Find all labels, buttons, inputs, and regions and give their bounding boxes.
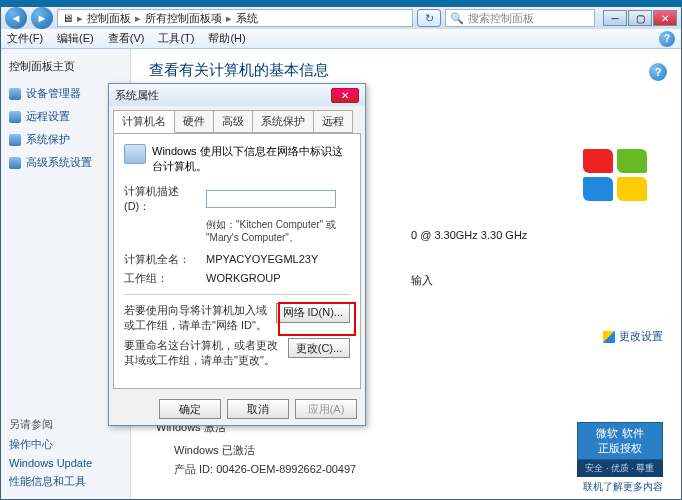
maximize-button[interactable]: ▢ xyxy=(628,10,652,26)
apply-button[interactable]: 应用(A) xyxy=(295,399,357,419)
titlebar: ◄ ► 🖥 ▸ 控制面板 ▸ 所有控制面板项 ▸ 系统 ↻ 🔍 搜索控制面板 ─… xyxy=(1,7,681,29)
dialog-tabs: 计算机名 硬件 高级 系统保护 远程 xyxy=(109,106,365,133)
menu-help[interactable]: 帮助(H) xyxy=(208,31,245,46)
menu-view[interactable]: 查看(V) xyxy=(108,31,145,46)
computer-description-input[interactable] xyxy=(206,190,336,208)
close-button[interactable]: ✕ xyxy=(653,10,677,26)
tab-protection[interactable]: 系统保护 xyxy=(252,110,314,133)
minimize-button[interactable]: ─ xyxy=(603,10,627,26)
desc-field-label: 计算机描述(D)： xyxy=(124,184,202,214)
link-action-center[interactable]: 操作中心 xyxy=(9,437,122,452)
system-properties-dialog: 系统属性 ✕ 计算机名 硬件 高级 系统保护 远程 Windows 使用以下信息… xyxy=(108,83,366,426)
oem-link[interactable]: 联机了解更多内容 xyxy=(583,480,663,494)
bullet-icon xyxy=(9,88,21,100)
folder-icon: 🖥 xyxy=(62,12,73,24)
back-button[interactable]: ◄ xyxy=(5,7,27,29)
menu-edit[interactable]: 编辑(E) xyxy=(57,31,94,46)
breadcrumb-leaf[interactable]: 系统 xyxy=(236,11,258,26)
sidebar-footer-header: 另请参阅 xyxy=(9,417,122,432)
sidebar-item-advanced[interactable]: 高级系统设置 xyxy=(9,155,122,170)
genuine-badge: 微软 软件正版授权 安全 · 优质 · 尊重 xyxy=(577,422,663,477)
tab-advanced[interactable]: 高级 xyxy=(213,110,253,133)
refresh-button[interactable]: ↻ xyxy=(417,9,441,27)
menu-file[interactable]: 文件(F) xyxy=(7,31,43,46)
bullet-icon xyxy=(9,157,21,169)
forward-button[interactable]: ► xyxy=(31,7,53,29)
window-controls: ─ ▢ ✕ xyxy=(603,10,677,26)
search-input[interactable]: 🔍 搜索控制面板 xyxy=(445,9,595,27)
search-icon: 🔍 xyxy=(450,12,464,25)
sidebar-item-remote[interactable]: 远程设置 xyxy=(9,109,122,124)
sidebar-footer: 另请参阅 操作中心 Windows Update 性能信息和工具 xyxy=(9,417,122,489)
activation-status: Windows 已激活 xyxy=(174,443,255,458)
ok-button[interactable]: 确定 xyxy=(159,399,221,419)
fullname-value: MPYACYOYEGML23Y xyxy=(206,253,318,265)
workgroup-label: 工作组： xyxy=(124,271,202,286)
wizard-text: 若要使用向导将计算机加入域或工作组，请单击"网络 ID"。 xyxy=(124,303,270,333)
cancel-button[interactable]: 取消 xyxy=(227,399,289,419)
shield-icon xyxy=(603,331,615,343)
tab-computer-name[interactable]: 计算机名 xyxy=(113,110,175,133)
link-performance[interactable]: 性能信息和工具 xyxy=(9,474,122,489)
dialog-close-button[interactable]: ✕ xyxy=(331,88,359,103)
product-id: 产品 ID: 00426-OEM-8992662-00497 xyxy=(174,462,356,477)
example-text: 例如："Kitchen Computer" 或 "Mary's Computer… xyxy=(206,218,350,244)
tab-hardware[interactable]: 硬件 xyxy=(174,110,214,133)
sidebar-header: 控制面板主页 xyxy=(9,59,122,74)
sidebar-item-protection[interactable]: 系统保护 xyxy=(9,132,122,147)
search-placeholder: 搜索控制面板 xyxy=(468,11,534,26)
link-windows-update[interactable]: Windows Update xyxy=(9,457,122,469)
bullet-icon xyxy=(9,111,21,123)
cpu-value: 0 @ 3.30GHz 3.30 GHz xyxy=(411,229,527,241)
breadcrumb[interactable]: 🖥 ▸ 控制面板 ▸ 所有控制面板项 ▸ 系统 xyxy=(57,9,413,27)
sidebar-item-device-manager[interactable]: 设备管理器 xyxy=(9,86,122,101)
dialog-title: 系统属性 xyxy=(115,88,159,103)
tab-panel: Windows 使用以下信息在网络中标识这台计算机。 计算机描述(D)： 例如：… xyxy=(113,133,361,389)
help-icon[interactable]: ? xyxy=(659,31,675,47)
network-id-button[interactable]: 网络 ID(N)... xyxy=(276,303,351,323)
change-settings-link[interactable]: 更改设置 xyxy=(603,329,663,344)
dialog-intro: Windows 使用以下信息在网络中标识这台计算机。 xyxy=(152,144,350,174)
computer-icon xyxy=(124,144,146,164)
tab-remote[interactable]: 远程 xyxy=(313,110,353,133)
input-label: 输入 xyxy=(411,273,433,288)
breadcrumb-root[interactable]: 控制面板 xyxy=(87,11,131,26)
menu-tools[interactable]: 工具(T) xyxy=(158,31,194,46)
workgroup-value: WORKGROUP xyxy=(206,272,281,284)
help-icon[interactable]: ? xyxy=(649,63,667,81)
menubar: 文件(F) 编辑(E) 查看(V) 工具(T) 帮助(H) ? xyxy=(1,29,681,49)
fullname-label: 计算机全名： xyxy=(124,252,202,267)
change-button[interactable]: 更改(C)... xyxy=(288,338,350,358)
page-title: 查看有关计算机的基本信息 xyxy=(149,61,663,80)
windows-logo-icon xyxy=(583,149,653,219)
dialog-buttons: 确定 取消 应用(A) xyxy=(109,393,365,425)
dialog-titlebar: 系统属性 ✕ xyxy=(109,84,365,106)
breadcrumb-mid[interactable]: 所有控制面板项 xyxy=(145,11,222,26)
rename-text: 要重命名这台计算机，或者更改其域或工作组，请单击"更改"。 xyxy=(124,338,282,368)
bullet-icon xyxy=(9,134,21,146)
